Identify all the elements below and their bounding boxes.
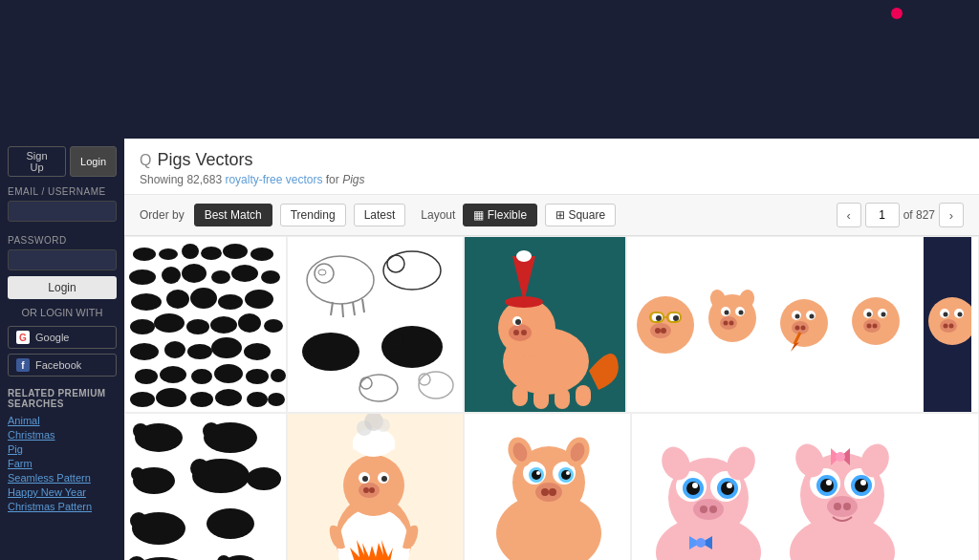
svg-point-31 bbox=[191, 369, 212, 384]
svg-point-152 bbox=[363, 487, 369, 493]
related-link-xmaspattern[interactable]: Christmas Pattern bbox=[8, 501, 117, 512]
sort-best-match[interactable]: Best Match bbox=[194, 204, 272, 226]
facebook-login-button[interactable]: f Facebook bbox=[8, 354, 117, 377]
related-link-pig[interactable]: Pig bbox=[8, 443, 117, 455]
chef-pig-img bbox=[288, 414, 464, 560]
svg-point-37 bbox=[190, 392, 213, 407]
svg-point-108 bbox=[867, 324, 872, 329]
svg-point-188 bbox=[692, 483, 698, 488]
svg-point-166 bbox=[561, 470, 571, 480]
auth-tabs: Sign Up Login bbox=[8, 146, 117, 177]
svg-point-54 bbox=[386, 332, 403, 349]
christmas-pig-img bbox=[465, 237, 626, 413]
svg-point-66 bbox=[515, 319, 521, 325]
svg-point-20 bbox=[186, 319, 209, 334]
svg-point-23 bbox=[264, 319, 283, 333]
email-input[interactable] bbox=[8, 201, 117, 222]
svg-point-153 bbox=[369, 487, 375, 493]
related-link-seamless[interactable]: Seamless Pattern bbox=[8, 472, 117, 484]
svg-rect-70 bbox=[512, 385, 528, 406]
svg-point-12 bbox=[261, 270, 280, 284]
svg-point-197 bbox=[696, 538, 706, 548]
svg-point-69 bbox=[516, 250, 532, 262]
svg-point-38 bbox=[215, 389, 242, 406]
page-wrapper: Sign Up Login EMAIL / USERNAME PASSWORD … bbox=[0, 0, 979, 560]
grid-item-outlines[interactable] bbox=[287, 236, 464, 413]
svg-point-78 bbox=[661, 328, 666, 334]
svg-point-170 bbox=[541, 488, 549, 496]
svg-point-32 bbox=[214, 364, 243, 383]
svg-point-97 bbox=[792, 321, 809, 334]
login-button[interactable]: Login bbox=[8, 276, 117, 299]
svg-point-213 bbox=[843, 503, 851, 510]
google-login-button[interactable]: G Google bbox=[8, 326, 117, 349]
svg-point-168 bbox=[566, 471, 570, 475]
login-tab[interactable]: Login bbox=[70, 146, 117, 177]
content-header: Q Pigs Vectors Showing 82,683 royalty-fr… bbox=[124, 139, 979, 195]
svg-point-99 bbox=[801, 326, 806, 331]
grid-item-chef-pig[interactable] bbox=[287, 413, 464, 560]
royalty-free-link[interactable]: royalty-free vectors bbox=[225, 173, 322, 186]
svg-point-103 bbox=[810, 314, 815, 319]
svg-point-89 bbox=[729, 321, 734, 326]
svg-point-28 bbox=[244, 343, 271, 360]
next-page-button[interactable]: › bbox=[939, 203, 964, 227]
signup-tab[interactable]: Sign Up bbox=[8, 146, 66, 177]
svg-point-109 bbox=[873, 324, 878, 329]
svg-point-122 bbox=[958, 312, 963, 317]
svg-point-26 bbox=[187, 344, 212, 359]
accent-dot bbox=[891, 8, 903, 19]
svg-point-11 bbox=[231, 265, 258, 282]
layout-flexible[interactable]: ▦ Flexible bbox=[463, 204, 537, 226]
password-input[interactable] bbox=[8, 249, 117, 270]
svg-rect-71 bbox=[533, 388, 549, 409]
svg-point-10 bbox=[211, 270, 230, 284]
related-link-farm[interactable]: Farm bbox=[8, 458, 117, 469]
svg-point-64 bbox=[521, 330, 527, 335]
grid-item-silhouettes-2[interactable] bbox=[124, 413, 287, 560]
svg-point-165 bbox=[532, 470, 541, 480]
related-link-animal[interactable]: Animal bbox=[8, 415, 117, 426]
svg-point-80 bbox=[656, 315, 662, 321]
svg-point-192 bbox=[709, 506, 717, 513]
password-label: PASSWORD bbox=[8, 235, 117, 246]
grid-item-big-eyes-pigs[interactable] bbox=[631, 413, 979, 560]
svg-point-93 bbox=[739, 311, 744, 315]
svg-point-91 bbox=[725, 311, 729, 315]
svg-point-190 bbox=[693, 499, 724, 520]
svg-point-171 bbox=[549, 488, 556, 496]
svg-point-167 bbox=[536, 471, 540, 475]
layout-square[interactable]: ⊞ Square bbox=[545, 204, 616, 226]
sort-latest[interactable]: Latest bbox=[354, 204, 406, 226]
svg-rect-41 bbox=[288, 237, 464, 413]
page-number-input[interactable] bbox=[865, 203, 900, 227]
svg-point-129 bbox=[131, 467, 144, 481]
svg-point-7 bbox=[129, 269, 156, 285]
svg-point-22 bbox=[238, 313, 261, 333]
grid-item-cute-pig[interactable] bbox=[464, 413, 631, 560]
related-link-newyear[interactable]: Happy New Year bbox=[8, 486, 117, 498]
related-link-christmas[interactable]: Christmas bbox=[8, 429, 117, 441]
svg-point-212 bbox=[834, 503, 841, 510]
svg-point-39 bbox=[247, 392, 268, 407]
svg-point-135 bbox=[207, 508, 254, 539]
svg-point-157 bbox=[381, 476, 387, 482]
svg-point-13 bbox=[131, 293, 162, 311]
prev-page-button[interactable]: ‹ bbox=[837, 203, 861, 227]
sort-trending[interactable]: Trending bbox=[280, 204, 346, 226]
grid-item-christmas-pig[interactable] bbox=[464, 236, 626, 413]
svg-point-77 bbox=[655, 328, 661, 334]
svg-point-14 bbox=[166, 290, 189, 309]
svg-point-82 bbox=[673, 315, 679, 321]
layout-label: Layout bbox=[421, 208, 455, 222]
svg-point-15 bbox=[190, 288, 217, 309]
grid-item-pig-faces[interactable] bbox=[626, 236, 979, 413]
pagination: ‹ of 827 › bbox=[837, 203, 964, 227]
svg-point-155 bbox=[362, 476, 368, 482]
main-content: Q Pigs Vectors Showing 82,683 royalty-fr… bbox=[124, 139, 979, 560]
page-of-text: of 827 bbox=[903, 208, 935, 222]
facebook-label: Facebook bbox=[35, 359, 81, 371]
svg-point-5 bbox=[223, 244, 248, 259]
grid-item-silhouettes[interactable] bbox=[124, 236, 287, 413]
google-icon: G bbox=[16, 331, 30, 344]
